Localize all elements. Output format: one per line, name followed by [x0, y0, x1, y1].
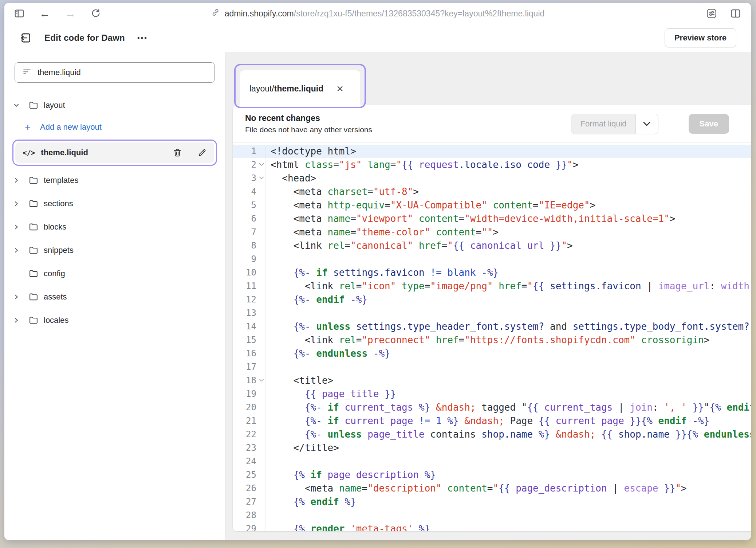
line-number[interactable]: 11 [233, 279, 265, 293]
code-line-text[interactable] [265, 253, 751, 266]
sidebar-item-blocks[interactable]: blocks [4, 215, 225, 239]
code-line-8[interactable]: 8 <link rel="canonical" href="{{ canonic… [233, 239, 751, 253]
code-line-text[interactable]: {%- if settings.favicon != blank -%} [265, 266, 751, 279]
url-bar[interactable]: admin.shopify.com/store/rzq1xu-f5/themes… [211, 3, 545, 24]
code-line-text[interactable]: </title> [265, 441, 751, 455]
line-number[interactable]: 20 [233, 401, 265, 414]
chevron-right-icon[interactable] [13, 317, 28, 324]
code-line-text[interactable]: {%- if current_page != 1 %} &ndash; Page… [265, 414, 751, 428]
format-liquid-button[interactable]: Format liquid [571, 114, 658, 134]
code-line-27[interactable]: 27 {% endif %} [233, 495, 751, 509]
code-line-text[interactable]: <meta name="description" content="{{ pag… [265, 482, 751, 495]
code-line-29[interactable]: 29 {% render 'meta-tags' %} [233, 522, 751, 531]
tab-layout-theme-liquid[interactable]: layout/theme.liquid × [240, 70, 360, 107]
line-number[interactable]: 15 [233, 333, 265, 347]
code-line-text[interactable] [265, 306, 751, 320]
code-line-12[interactable]: 12 {%- endif -%} [233, 293, 751, 306]
line-number[interactable]: 17 [233, 360, 265, 374]
back-icon[interactable]: ← [39, 8, 50, 19]
line-number[interactable]: 8 [233, 239, 265, 253]
sidebar-item-config[interactable]: config [4, 262, 225, 285]
code-line-text[interactable]: <link rel="icon" type="image/png" href="… [265, 279, 751, 293]
page-settings-icon[interactable] [706, 8, 717, 19]
code-line-text[interactable]: <link rel="canonical" href="{{ canonical… [265, 239, 751, 253]
code-line-20[interactable]: 20 {%- if current_tags %} &ndash; tagged… [233, 401, 751, 414]
code-line-19[interactable]: 19 {{ page_title }} [233, 387, 751, 401]
line-number[interactable]: 1 [233, 145, 265, 158]
sidebar-toggle-icon[interactable] [14, 8, 25, 19]
sidebar-item-theme-liquid[interactable]: </>theme.liquid [15, 142, 214, 163]
line-number[interactable]: 22 [233, 428, 265, 441]
code-line-text[interactable]: {%- endunless -%} [265, 347, 751, 360]
line-number[interactable]: 23 [233, 441, 265, 455]
code-line-text[interactable]: <title> [265, 374, 751, 387]
code-line-26[interactable]: 26 <meta name="description" content="{{ … [233, 482, 751, 495]
code-line-6[interactable]: 6 <meta name="viewport" content="width=d… [233, 212, 751, 226]
code-line-22[interactable]: 22 {%- unless page_title contains shop.n… [233, 428, 751, 441]
code-line-1[interactable]: 1<!doctype html> [233, 145, 751, 158]
line-number[interactable]: 14 [233, 320, 265, 333]
code-line-9[interactable]: 9 [233, 253, 751, 266]
trash-icon[interactable] [173, 148, 182, 157]
pencil-icon[interactable] [197, 148, 207, 157]
code-line-text[interactable]: <meta http-equiv="X-UA-Compatible" conte… [265, 199, 751, 212]
code-line-10[interactable]: 10 {%- if settings.favicon != blank -%} [233, 266, 751, 279]
line-number[interactable]: 7 [233, 226, 265, 239]
code-line-text[interactable] [265, 455, 751, 468]
chevron-right-icon[interactable] [13, 177, 28, 184]
code-line-16[interactable]: 16 {%- endunless -%} [233, 347, 751, 360]
line-number[interactable]: 16 [233, 347, 265, 360]
code-line-text[interactable]: <meta name="theme-color" content=""> [265, 226, 751, 239]
code-editor[interactable]: 1<!doctype html>2<html class="js" lang="… [233, 142, 751, 531]
line-number[interactable]: 21 [233, 414, 265, 428]
line-number[interactable]: 4 [233, 185, 265, 199]
preview-store-button[interactable]: Preview store [665, 28, 736, 47]
code-line-11[interactable]: 11 <link rel="icon" type="image/png" hre… [233, 279, 751, 293]
code-line-5[interactable]: 5 <meta http-equiv="X-UA-Compatible" con… [233, 199, 751, 212]
line-number[interactable]: 19 [233, 387, 265, 401]
code-line-text[interactable] [265, 360, 751, 374]
code-line-text[interactable]: <head> [265, 172, 751, 185]
chevron-down-icon[interactable] [635, 114, 658, 134]
code-line-18[interactable]: 18 <title> [233, 374, 751, 387]
line-number[interactable]: 24 [233, 455, 265, 468]
line-number[interactable]: 28 [233, 509, 265, 522]
line-number[interactable]: 18 [233, 374, 265, 387]
chevron-down-icon[interactable] [13, 102, 28, 109]
chevron-right-icon[interactable] [13, 247, 28, 254]
sidebar-item-layout[interactable]: layout [4, 94, 225, 117]
sidebar-item-templates[interactable]: templates [4, 169, 225, 192]
chevron-right-icon[interactable] [13, 200, 28, 207]
reload-icon[interactable] [90, 8, 101, 19]
more-menu-button[interactable]: ••• [137, 34, 148, 42]
code-line-text[interactable]: {% if page_description %} [265, 468, 751, 482]
code-line-24[interactable]: 24 [233, 455, 751, 468]
code-line-3[interactable]: 3 <head> [233, 172, 751, 185]
code-line-4[interactable]: 4 <meta charset="utf-8"> [233, 185, 751, 199]
code-line-text[interactable] [265, 509, 751, 522]
code-line-text[interactable]: {%- endif -%} [265, 293, 751, 306]
sidebar-item-assets[interactable]: assets [4, 285, 225, 309]
line-number[interactable]: 27 [233, 495, 265, 509]
code-line-14[interactable]: 14 {%- unless settings.type_header_font.… [233, 320, 751, 333]
save-button[interactable]: Save [689, 114, 729, 134]
code-line-text[interactable]: {%- unless page_title contains shop.name… [265, 428, 751, 441]
line-number[interactable]: 26 [233, 482, 265, 495]
line-number[interactable]: 6 [233, 212, 265, 226]
line-number[interactable]: 12 [233, 293, 265, 306]
code-line-25[interactable]: 25 {% if page_description %} [233, 468, 751, 482]
line-number[interactable]: 29 [233, 522, 265, 531]
fold-icon[interactable] [259, 163, 264, 166]
code-line-13[interactable]: 13 [233, 306, 751, 320]
line-number[interactable]: 5 [233, 199, 265, 212]
line-number[interactable]: 2 [233, 158, 265, 172]
line-number[interactable]: 13 [233, 306, 265, 320]
code-line-text[interactable]: <link rel="preconnect" href="https://fon… [265, 333, 751, 347]
sidebar-item-locales[interactable]: locales [4, 309, 225, 332]
line-number[interactable]: 10 [233, 266, 265, 279]
line-number[interactable]: 25 [233, 468, 265, 482]
line-number[interactable]: 9 [233, 253, 265, 266]
forward-icon[interactable]: → [65, 8, 76, 19]
sidebar-item-sections[interactable]: sections [4, 192, 225, 215]
code-line-text[interactable]: {%- if current_tags %} &ndash; tagged "{… [265, 401, 751, 414]
